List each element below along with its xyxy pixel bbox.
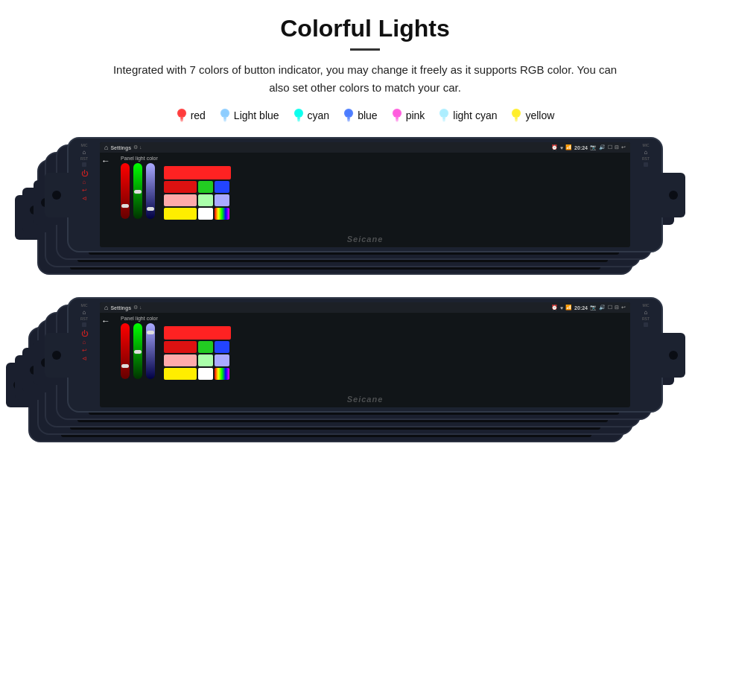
svg-rect-8 (223, 118, 226, 119)
page-container: Colorful Lights Integrated with 7 colors… (0, 0, 730, 700)
svg-rect-2 (180, 118, 183, 119)
svg-rect-34 (443, 121, 445, 122)
bottom-unit-group: MIC RST ⏻ ⌂ ↩ ⊲ MIC RST (37, 297, 693, 454)
bulb-icon-light cyan (438, 107, 450, 124)
svg-point-5 (177, 109, 186, 118)
title-divider (350, 48, 380, 51)
bulb-icon-blue (343, 107, 355, 124)
svg-point-29 (393, 109, 402, 118)
svg-rect-3 (180, 119, 183, 121)
svg-point-11 (220, 109, 229, 118)
svg-point-17 (294, 109, 303, 118)
status-time: 20:24 (574, 145, 588, 150)
color-item-cyan: cyan (293, 107, 330, 124)
watermark: Seicane (347, 235, 384, 244)
color-item-pink: pink (391, 107, 425, 124)
svg-rect-9 (223, 119, 226, 121)
svg-point-23 (344, 109, 353, 118)
color-item-red: red (176, 107, 206, 124)
color-item-light-cyan: light cyan (438, 107, 497, 124)
description-text: Integrated with 7 colors of button indic… (104, 61, 626, 97)
unit-front: MIC ⌂ RST ⏻ ⌂ ↩ ⊲ MIC ⌂ RST (67, 137, 663, 252)
color-label-yellow: yellow (525, 109, 554, 121)
svg-rect-4 (180, 121, 182, 122)
svg-rect-26 (396, 118, 399, 119)
svg-rect-39 (515, 119, 518, 121)
settings-label: Settings (110, 145, 131, 150)
color-label-blue: blue (358, 109, 377, 121)
svg-rect-28 (396, 121, 398, 122)
color-item-Light-blue: Light blue (219, 107, 279, 124)
svg-rect-20 (347, 118, 350, 119)
svg-rect-27 (396, 119, 399, 121)
svg-rect-38 (515, 118, 518, 119)
watermark-bottom: Seicane (347, 395, 384, 404)
color-item-blue: blue (343, 107, 377, 124)
color-label-cyan: cyan (308, 109, 330, 121)
unit-b-front: MIC ⌂ RST ⏻ ⌂ ↩ ⊲ MIC ⌂ RST (67, 297, 663, 413)
color-label-light cyan: light cyan (453, 109, 497, 121)
units-section: MIC RST ⏻ ⌂ ↩ ⊲ MIC RST (30, 137, 700, 454)
bulb-icon-red (176, 107, 188, 124)
svg-rect-10 (223, 121, 226, 122)
page-title: Colorful Lights (280, 15, 450, 42)
panel-title: Panel light color (121, 156, 158, 161)
svg-rect-22 (348, 121, 350, 122)
svg-point-35 (439, 109, 448, 118)
color-label-red: red (191, 109, 206, 121)
svg-rect-40 (515, 121, 518, 122)
bulb-icon-yellow (510, 107, 522, 124)
bulb-icon-pink (391, 107, 403, 124)
top-unit-group: MIC RST ⏻ ⌂ ↩ ⊲ MIC RST (37, 137, 693, 282)
svg-rect-14 (297, 118, 300, 119)
svg-rect-33 (442, 119, 445, 121)
bulb-icon-cyan (293, 107, 305, 124)
color-label-Light blue: Light blue (234, 109, 279, 121)
svg-rect-16 (297, 121, 299, 122)
svg-point-41 (512, 109, 521, 118)
svg-rect-32 (442, 118, 445, 119)
bulb-icon-Light blue (219, 107, 231, 124)
color-label-pink: pink (406, 109, 425, 121)
color-item-yellow: yellow (510, 107, 554, 124)
svg-rect-15 (297, 119, 300, 121)
svg-rect-21 (347, 119, 350, 121)
color-labels-row: red Light blue cyan (176, 107, 555, 124)
